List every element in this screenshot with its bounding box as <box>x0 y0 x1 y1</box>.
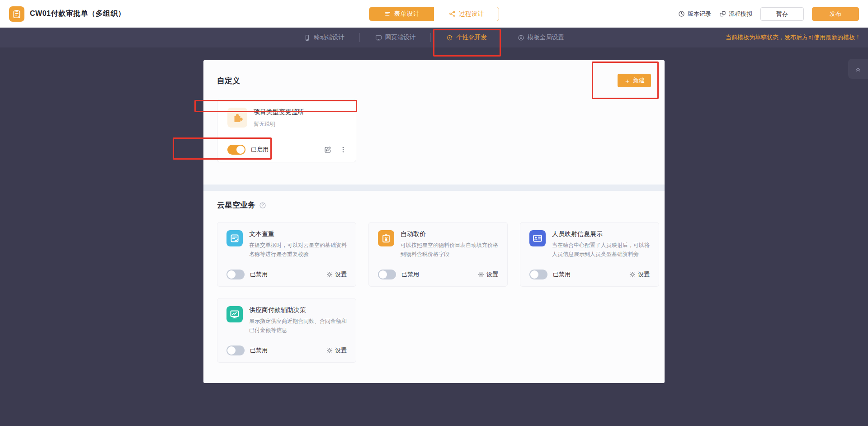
clock-icon <box>678 10 685 17</box>
business-feature-card: 人员映射信息展示 当在融合中心配置了人员映射后，可以将人员信息展示到人员类型基础… <box>520 222 659 287</box>
monitor-icon <box>375 34 382 41</box>
nav-tab-label: 网页端设计 <box>385 33 416 42</box>
page-title: CW01付款审批单（多组织） <box>30 9 125 19</box>
mode-tab[interactable]: 过程设计 <box>434 7 499 21</box>
more-icon[interactable] <box>340 146 347 153</box>
mobile-icon <box>304 34 311 41</box>
business-feature-card: 自动取价 可以按照星空的物料价目表自动填充价格到物料含税价格字段 已禁用 设置 <box>368 222 508 287</box>
feature-status: 已禁用 <box>250 346 268 355</box>
id-card-icon <box>529 230 546 246</box>
custom-plugin-card: 项目类型变更监听 暂无说明 已启用 <box>217 99 356 162</box>
feature-settings-button[interactable]: 设置 <box>326 270 347 279</box>
edit-icon[interactable] <box>324 146 331 153</box>
business-feature-card: 供应商付款辅助决策 展示指定供应商近期合同数、合同金额和已付金额等信息 已禁用 … <box>217 298 356 363</box>
help-icon[interactable] <box>259 202 266 209</box>
double-chevron-up-icon <box>854 65 862 72</box>
content-area: 自定义 ＋ 新建 项目类型变更监听 暂无说明 已启用 <box>0 47 868 426</box>
new-button-label: 新建 <box>633 76 645 85</box>
custom-plugin-grid: 项目类型变更监听 暂无说明 已启用 <box>217 99 651 162</box>
plus-icon: ＋ <box>624 77 631 84</box>
chart-monitor-icon <box>226 306 243 322</box>
gear-icon <box>326 271 333 278</box>
personalization-panel: 自定义 ＋ 新建 项目类型变更监听 暂无说明 已启用 <box>203 60 665 383</box>
publish-button[interactable]: 发布 <box>812 7 859 21</box>
custom-section: 自定义 ＋ 新建 项目类型变更监听 暂无说明 已启用 <box>203 60 665 185</box>
puzzle-icon <box>227 108 247 128</box>
design-navbar: 移动端设计 网页端设计 个性化开发 模板全局设置 当前模板为草稿状态，发布后方可… <box>0 28 868 47</box>
feature-status: 已禁用 <box>553 270 571 279</box>
feature-description: 当在融合中心配置了人员映射后，可以将人员信息展示到人员类型基础资料旁 <box>552 241 650 259</box>
app-logo <box>9 6 24 22</box>
section-divider <box>203 185 665 191</box>
settings-label: 设置 <box>335 270 347 279</box>
custom-section-title: 自定义 <box>217 76 240 86</box>
feature-settings-button[interactable]: 设置 <box>629 270 650 279</box>
nav-tab-label: 模板全局设置 <box>528 33 564 42</box>
text-check-icon <box>226 230 243 246</box>
version-history-button[interactable]: 版本记录 <box>678 10 711 18</box>
flow-sim-icon <box>719 10 726 17</box>
settings-label: 设置 <box>486 270 498 279</box>
personalization-icon <box>446 34 453 41</box>
feature-title: 自动取价 <box>401 230 498 238</box>
version-history-label: 版本记录 <box>688 10 711 18</box>
process-design-icon <box>449 10 456 17</box>
mode-tab-label: 表单设计 <box>394 10 420 18</box>
feature-description: 展示指定供应商近期合同数、合同金额和已付金额等信息 <box>249 317 347 335</box>
new-plugin-button[interactable]: ＋ 新建 <box>618 74 651 87</box>
save-draft-button[interactable]: 暂存 <box>760 7 804 21</box>
mode-tab[interactable]: 表单设计 <box>369 7 434 21</box>
global-settings-icon <box>518 34 524 41</box>
feature-toggle[interactable] <box>378 270 396 279</box>
flow-simulation-label: 流程模拟 <box>729 10 752 18</box>
price-tag-icon <box>378 230 394 246</box>
flow-simulation-button[interactable]: 流程模拟 <box>719 10 752 18</box>
nav-tab-label: 个性化开发 <box>456 33 487 42</box>
mode-switch: 表单设计 过程设计 <box>369 7 499 21</box>
feature-settings-button[interactable]: 设置 <box>478 270 498 279</box>
form-design-icon <box>384 10 391 17</box>
design-nav-tab[interactable]: 网页端设计 <box>360 32 431 43</box>
mode-tab-label: 过程设计 <box>459 10 484 18</box>
feature-toggle[interactable] <box>226 346 245 355</box>
design-nav-tab[interactable]: 个性化开发 <box>431 32 502 43</box>
feature-status: 已禁用 <box>250 270 268 279</box>
gear-icon <box>326 347 333 354</box>
business-section: 云星空业务 文本查重 在提交单据时，可以对云星空的基础资料名称等进行是否重复校验… <box>203 191 665 363</box>
feature-toggle[interactable] <box>529 270 547 279</box>
app-header: CW01付款审批单（多组织） 表单设计 过程设计 版本记录 流程模拟 暂存 发布 <box>0 0 868 28</box>
feature-title: 人员映射信息展示 <box>552 230 650 238</box>
feature-description: 可以按照星空的物料价目表自动填充价格到物料含税价格字段 <box>401 241 498 259</box>
nav-tab-label: 移动端设计 <box>314 33 344 42</box>
feature-title: 供应商付款辅助决策 <box>249 306 347 314</box>
feature-description: 在提交单据时，可以对云星空的基础资料名称等进行是否重复校验 <box>249 241 347 259</box>
business-feature-card: 文本查重 在提交单据时，可以对云星空的基础资料名称等进行是否重复校验 已禁用 设… <box>217 222 356 287</box>
feature-status: 已禁用 <box>401 270 419 279</box>
gear-icon <box>478 271 484 278</box>
gear-icon <box>629 271 636 278</box>
settings-label: 设置 <box>335 346 347 355</box>
design-nav-tab[interactable]: 移动端设计 <box>288 32 360 43</box>
plugin-toggle[interactable] <box>227 145 245 155</box>
design-nav-tabs: 移动端设计 网页端设计 个性化开发 模板全局设置 <box>288 32 580 43</box>
plugin-title: 项目类型变更监听 <box>254 108 304 116</box>
business-feature-grid: 文本查重 在提交单据时，可以对云星空的基础资料名称等进行是否重复校验 已禁用 设… <box>217 222 651 363</box>
business-section-title: 云星空业务 <box>217 200 255 210</box>
settings-label: 设置 <box>638 270 650 279</box>
feature-settings-button[interactable]: 设置 <box>326 346 347 355</box>
design-nav-tab[interactable]: 模板全局设置 <box>502 32 580 43</box>
feature-title: 文本查重 <box>249 230 347 238</box>
plugin-description: 暂无说明 <box>254 120 304 128</box>
plugin-status: 已启用 <box>251 146 269 154</box>
header-actions: 版本记录 流程模拟 暂存 发布 <box>678 7 859 21</box>
collapse-panel-handle[interactable] <box>848 59 868 79</box>
draft-status-notice: 当前模板为草稿状态，发布后方可使用最新的模板！ <box>726 33 861 42</box>
feature-toggle[interactable] <box>226 270 245 279</box>
